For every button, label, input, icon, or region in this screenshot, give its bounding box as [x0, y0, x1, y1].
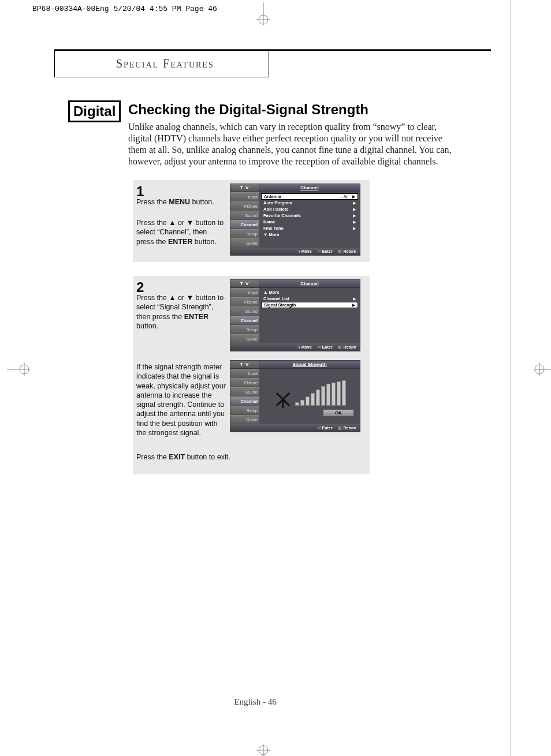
osd-tab-guide: Guide: [230, 415, 259, 424]
osd-row-antenna: Antenna: Air▶: [261, 193, 358, 200]
page-footer: English - 46: [0, 697, 511, 707]
osd-row-add-delete: Add / Delete▶: [261, 206, 358, 212]
osd-screenshot-3: T V Signal Strength Input Picture Sound …: [230, 360, 360, 432]
print-header-stamp: BP68-00334A-00Eng 5/20/04 4:55 PM Page 4…: [32, 5, 217, 13]
osd-foot-return: ▥ Return: [338, 249, 356, 254]
step-2-text-1: Press the ▲ or ▼ button to select “Signa…: [136, 293, 226, 331]
registration-mark-top: [255, 2, 271, 25]
osd-footer: ♦ Move ⏎ Enter ▥ Return: [230, 343, 360, 351]
osd-tab-setup: Setup: [230, 325, 259, 334]
osd-tab-guide: Guide: [230, 334, 259, 343]
osd-sidebar: Input Picture Sound Channel Setup Guide: [230, 369, 259, 424]
osd-tab-input: Input: [230, 288, 259, 297]
osd-main-panel: ▲ More Channel List▶ Signal Strength▶: [259, 288, 360, 343]
step-1-text-2: Press the ▲ or ▼ button to select “Chann…: [136, 218, 226, 246]
osd-main-panel: Antenna: Air▶ Auto Program▶ Add / Delete…: [259, 192, 360, 248]
arrow-right-icon: ▶: [352, 194, 355, 199]
osd-row-channel-list: Channel List▶: [261, 295, 358, 302]
arrow-right-icon: ▶: [353, 207, 356, 212]
osd-tab-setup: Setup: [230, 229, 259, 238]
arrow-right-icon: ▶: [353, 201, 356, 205]
osd-tab-picture: Picture: [230, 378, 259, 387]
ok-button: OK: [323, 409, 354, 417]
osd-foot-return: ▥ Return: [338, 426, 356, 431]
arrow-right-icon: ▶: [352, 303, 355, 308]
section-title: Special Features: [116, 57, 214, 70]
osd-foot-enter: ⏎ Enter: [318, 249, 333, 254]
osd-signal-panel: OK: [259, 369, 360, 424]
page-cut-edge: [511, 0, 511, 756]
osd-foot-enter: ⏎ Enter: [318, 426, 333, 431]
step-2-box: 2 Press the ▲ or ▼ button to select “Sig…: [133, 276, 370, 474]
step-2-text-3: Press the EXIT button to exit.: [136, 452, 263, 462]
osd-tab-channel: Channel: [230, 396, 259, 406]
osd-tab-input: Input: [230, 369, 259, 378]
osd-row-signal-strength: Signal Strength▶: [261, 302, 358, 308]
arrow-right-icon: ▶: [353, 214, 356, 218]
signal-bars-icon: [295, 380, 346, 406]
osd-title-channel: Channel: [259, 280, 360, 287]
antenna-icon: [274, 391, 292, 410]
osd-sidebar: Input Picture Sound Channel Setup Guide: [230, 288, 259, 343]
osd-row-auto-program: Auto Program▶: [261, 200, 358, 206]
osd-foot-move: ♦ Move: [298, 345, 311, 349]
osd-tab-channel: Channel: [230, 316, 259, 325]
osd-title-signal: Signal Strength: [259, 361, 360, 368]
osd-footer: ♦ Move ⏎ Enter ▥ Return: [230, 248, 360, 255]
osd-tv-label: T V: [230, 280, 259, 287]
osd-foot-enter: ⏎ Enter: [318, 345, 333, 350]
step-1-box: 1 Press the MENU button. Press the ▲ or …: [133, 180, 370, 262]
arrow-right-icon: ▶: [353, 226, 356, 231]
osd-tab-sound: Sound: [230, 387, 259, 396]
osd-row-name: Name▶: [261, 219, 358, 225]
osd-tab-sound: Sound: [230, 211, 259, 220]
osd-tab-picture: Picture: [230, 297, 259, 306]
osd-foot-move: ♦ Move: [298, 249, 311, 253]
osd-tv-label: T V: [230, 361, 259, 368]
osd-footer: ⏎ Enter ▥ Return: [230, 424, 360, 432]
osd-more-up: ▲ More: [261, 289, 358, 295]
osd-row-favorite: Favorite Channels▶: [261, 212, 358, 219]
osd-sidebar: Input Picture Sound Channel Setup Guide: [230, 192, 259, 248]
osd-more-down: ▼ More: [261, 231, 358, 238]
osd-screenshot-1: T V Channel Input Picture Sound Channel …: [230, 184, 360, 256]
osd-tab-input: Input: [230, 192, 259, 201]
osd-tab-sound: Sound: [230, 306, 259, 316]
osd-tab-guide: Guide: [230, 238, 259, 248]
registration-mark-left: [7, 361, 30, 377]
osd-tab-channel: Channel: [230, 220, 259, 229]
osd-row-fine-tune: Fine Tune▶: [261, 225, 358, 231]
registration-mark-right: [534, 361, 551, 377]
osd-tab-picture: Picture: [230, 201, 259, 211]
osd-foot-return: ▥ Return: [338, 345, 356, 350]
section-header-box: Special Features: [54, 51, 269, 77]
main-heading: Checking the Digital-Signal Strength: [128, 102, 368, 118]
osd-title-channel: Channel: [259, 184, 360, 192]
osd-tab-setup: Setup: [230, 406, 259, 415]
arrow-right-icon: ▶: [353, 297, 356, 301]
step-1-text-1: Press the MENU button.: [136, 197, 226, 207]
arrow-right-icon: ▶: [353, 220, 356, 224]
osd-screenshot-2: T V Channel Input Picture Sound Channel …: [230, 279, 360, 351]
step-2-text-2: If the signal strength meter indicates t…: [136, 362, 226, 437]
registration-mark-bottom: [255, 744, 271, 756]
intro-paragraph: Unlike analog channels, which can vary i…: [128, 121, 457, 167]
digital-badge: Digital: [68, 100, 121, 122]
osd-tv-label: T V: [230, 184, 259, 192]
